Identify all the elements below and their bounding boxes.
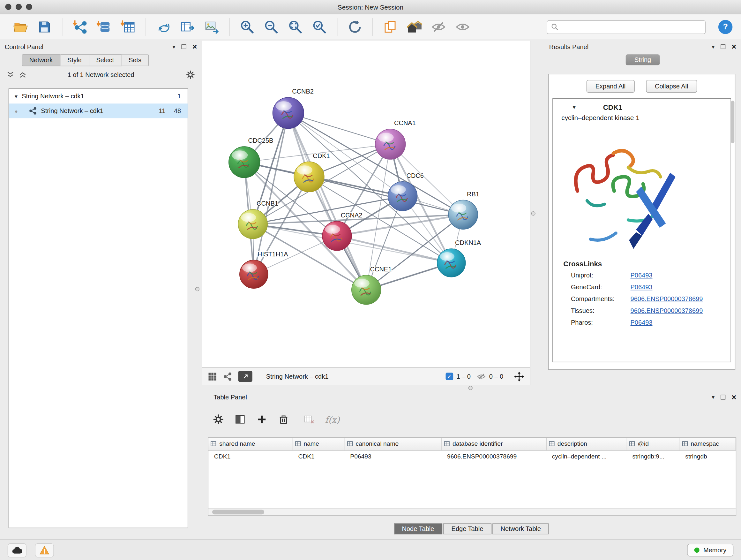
network-edge[interactable]	[288, 113, 390, 144]
control-panel-collapse-icon[interactable]: ▾	[173, 44, 176, 50]
import-network-from-file-button[interactable]	[71, 18, 89, 36]
results-panel-collapse-icon[interactable]: ▾	[712, 44, 715, 50]
zoom-selected-button[interactable]	[311, 18, 328, 36]
zoom-fit-button[interactable]	[286, 18, 304, 36]
crosslink-pharos-link[interactable]: P06493	[630, 319, 653, 326]
refresh-button[interactable]	[346, 18, 364, 36]
tab-sets[interactable]: Sets	[122, 54, 149, 66]
crosslink-genecard-link[interactable]: P06493	[630, 284, 653, 291]
export-network-button[interactable]	[179, 18, 197, 36]
column-header-description[interactable]: description	[546, 438, 627, 450]
search-box[interactable]	[547, 20, 705, 34]
home-button[interactable]	[406, 18, 423, 36]
table-options-gear-icon[interactable]	[212, 414, 224, 425]
tab-style[interactable]: Style	[60, 54, 89, 66]
table-horizontal-scrollbar[interactable]	[208, 508, 736, 515]
node-label-CCNB2: CCNB2	[292, 88, 314, 95]
network-options-gear-icon[interactable]	[186, 70, 195, 79]
tab-string[interactable]: String	[626, 54, 660, 65]
tab-node-table[interactable]: Node Table	[394, 523, 442, 534]
birdseye-view-icon[interactable]	[223, 372, 232, 381]
vertical-splitter-handle[interactable]	[531, 211, 536, 215]
edge-count: 48	[174, 107, 181, 114]
delete-trash-icon[interactable]	[278, 414, 289, 425]
table-row[interactable]: CDK1 CDK1 P06493 9606.ENSP00000378699 cy…	[208, 450, 736, 463]
expand-all-button[interactable]: Expand All	[587, 80, 635, 92]
copy-document-button[interactable]	[381, 18, 399, 36]
crosslink-uniprot-link[interactable]: P06493	[630, 272, 653, 279]
network-node-CCNB2[interactable]: CCNB2	[273, 88, 313, 129]
import-network-from-database-button[interactable]	[95, 18, 113, 36]
tree-expand-icon[interactable]: ▾	[15, 93, 17, 99]
pan-crosshair-icon[interactable]	[514, 371, 524, 381]
export-image-button[interactable]	[203, 18, 220, 36]
network-node-CDC6[interactable]: CDC6	[388, 172, 424, 211]
save-session-button[interactable]	[36, 18, 53, 36]
window-zoom-button[interactable]	[26, 4, 32, 10]
network-node-RB1[interactable]: RB1	[448, 191, 479, 230]
scrollbar-thumb[interactable]	[212, 509, 264, 514]
column-header-name[interactable]: name	[293, 438, 345, 450]
network-node-CDKN1A[interactable]: CDKN1A	[437, 239, 481, 277]
table-panel-collapse-icon[interactable]: ▾	[712, 394, 715, 400]
horizontal-splitter-handle[interactable]	[468, 386, 473, 390]
cell-shared-name: CDK1	[208, 450, 293, 463]
grid-view-icon[interactable]	[208, 372, 217, 381]
tab-edge-table[interactable]: Edge Table	[443, 523, 491, 534]
window-close-button[interactable]	[5, 4, 11, 10]
hidden-eye-slash-icon[interactable]	[477, 372, 486, 381]
import-table-button[interactable]	[119, 18, 137, 36]
control-panel-float-icon[interactable]	[182, 44, 186, 49]
warning-button[interactable]	[35, 543, 54, 557]
network-node-HIST1H1A[interactable]: HIST1H1A	[240, 251, 288, 289]
column-header-namespace[interactable]: namespac	[680, 438, 736, 450]
function-builder-icon[interactable]: f(x)	[325, 415, 340, 424]
network-node-CCNA1[interactable]: CCNA1	[375, 119, 416, 159]
protein-section-collapse-icon[interactable]: ▾	[573, 105, 576, 110]
window-minimize-button[interactable]	[16, 4, 22, 10]
table-panel-float-icon[interactable]	[721, 395, 725, 400]
network-edge[interactable]	[288, 113, 366, 290]
table-panel-close-icon[interactable]: ×	[732, 393, 737, 401]
node-table: shared name name canonical name database…	[208, 437, 737, 516]
detach-view-button[interactable]	[238, 371, 252, 382]
results-panel-float-icon[interactable]	[721, 44, 725, 49]
network-collection-row[interactable]: ▾ String Network – cdk1 1	[9, 89, 188, 104]
cloud-status-button[interactable]	[8, 543, 26, 557]
tab-select[interactable]: Select	[89, 54, 121, 66]
collapse-all-button[interactable]: Collapse All	[646, 80, 697, 92]
results-panel-close-icon[interactable]: ×	[732, 43, 737, 51]
open-session-button[interactable]	[11, 18, 29, 36]
column-header-canonical-name[interactable]: canonical name	[345, 438, 442, 450]
column-header-shared-name[interactable]: shared name	[208, 438, 293, 450]
network-node-CDC25B[interactable]: CDC25B	[229, 137, 273, 178]
add-row-plus-icon[interactable]	[256, 414, 268, 425]
crosslink-tissues-link[interactable]: 9606.ENSP00000378699	[630, 307, 703, 314]
hide-selected-button[interactable]	[429, 18, 448, 36]
node-label-CDKN1A: CDKN1A	[455, 239, 481, 246]
control-panel-close-icon[interactable]: ×	[192, 43, 197, 51]
tab-network[interactable]: Network	[22, 54, 60, 66]
horizontal-splitter[interactable]	[202, 385, 741, 391]
column-header-id[interactable]: @id	[627, 438, 680, 450]
zoom-out-button[interactable]	[262, 18, 280, 36]
search-input[interactable]	[561, 23, 701, 30]
network-row[interactable]: ● String Network – cdk1 11 48	[9, 104, 188, 118]
network-node-CCNB1[interactable]: CCNB1	[238, 200, 278, 239]
tab-network-table[interactable]: Network Table	[492, 523, 549, 534]
results-scrollbar[interactable]	[731, 101, 734, 143]
memory-button[interactable]: Memory	[687, 544, 734, 557]
network-tree: ▾ String Network – cdk1 1 ● String Netwo…	[9, 88, 188, 528]
string-network-icon	[29, 107, 37, 115]
new-network-from-selection-button[interactable]	[154, 18, 172, 36]
show-all-button[interactable]	[454, 18, 472, 36]
network-canvas[interactable]: CCNB2CCNA1CDC25BCDK1CDC6RB1CCNB1CCNA2CDK…	[202, 41, 530, 367]
vertical-splitter-handle[interactable]	[195, 287, 199, 291]
column-header-database-identifier[interactable]: database identifier	[441, 438, 546, 450]
zoom-in-button[interactable]	[238, 18, 256, 36]
crosslink-compartments-link[interactable]: 9606.ENSP00000378699	[630, 296, 703, 303]
help-button[interactable]: ?	[718, 20, 732, 34]
selected-nodes-checkbox[interactable]: ✓	[446, 373, 453, 380]
show-columns-icon[interactable]	[234, 414, 246, 425]
protein-section: ▾ CDK1 cyclin–dependent kinase 1	[552, 98, 731, 362]
